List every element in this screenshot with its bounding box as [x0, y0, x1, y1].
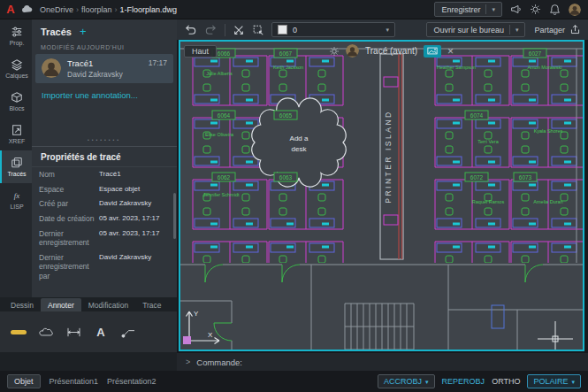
- leader-tool[interactable]: [117, 320, 140, 343]
- command-prompt[interactable]: Commande:: [196, 357, 242, 367]
- top-bar: A OneDrive › floorplan › 1-Floorplan.dwg…: [0, 0, 588, 19]
- trace-time: 17:17: [149, 58, 167, 67]
- prompt-chevron-icon: >: [186, 357, 190, 366]
- room-label: 6027: [523, 49, 546, 58]
- layer-color-swatch: [278, 25, 287, 35]
- printer-island: PRINTER ISLAND: [380, 54, 403, 259]
- open-on-desktop-button[interactable]: Ouvrir sur le bureau ▾: [426, 22, 525, 37]
- notifications-bell-icon[interactable]: [549, 4, 561, 15]
- property-row: Dernier enregistrement 05 avr. 2023, 17:…: [32, 227, 177, 250]
- rail-item-traces[interactable]: Tracés: [0, 150, 32, 183]
- breadcrumb-filename: 1-Floorplan.dwg: [120, 5, 178, 14]
- ucs-y-label: Y: [194, 310, 199, 318]
- left-gap: [0, 352, 177, 371]
- room-label: 6072: [465, 173, 488, 181]
- occupant-name: Elise Oliveira: [205, 132, 234, 137]
- crosshair-cursor: [538, 321, 573, 350]
- model-tab[interactable]: Objet: [7, 374, 41, 388]
- breadcrumb-folder[interactable]: floorplan: [81, 5, 112, 14]
- divider: [485, 4, 486, 14]
- share-icon: [569, 24, 581, 35]
- crossing-select-icon[interactable]: [233, 24, 245, 36]
- dimension-tool[interactable]: [62, 320, 85, 343]
- trace-list-item[interactable]: Tracé1 David Zakravsky 17:17: [35, 54, 173, 83]
- tab-dessin[interactable]: Dessin: [4, 298, 41, 311]
- layout-tab-1[interactable]: Présentation1: [50, 377, 99, 386]
- feedback-megaphone-icon[interactable]: [510, 4, 522, 15]
- panel-scrollbar[interactable]: [173, 193, 176, 239]
- trace-author-avatar: [346, 44, 359, 58]
- chevron-down-icon[interactable]: ▾: [571, 379, 575, 385]
- drawing-canvas[interactable]: PRINTER ISLAND Add a desk 6066 6067 6064…: [179, 40, 584, 351]
- svg-text:6067: 6067: [279, 50, 293, 57]
- toggle-accrobj[interactable]: ACCROBJ ▾: [378, 374, 435, 388]
- highlighter-tool[interactable]: [7, 320, 30, 343]
- save-button[interactable]: Enregistrer ▾: [434, 2, 502, 17]
- close-trace-button[interactable]: ×: [447, 46, 454, 57]
- chevron-down-icon[interactable]: ▾: [425, 379, 429, 385]
- text-tool-icon: A: [96, 326, 104, 339]
- undo-button[interactable]: [184, 23, 197, 36]
- property-row: Créé par David Zakravsky: [32, 196, 177, 211]
- box-select-icon[interactable]: [252, 24, 264, 36]
- breadcrumb-onedrive[interactable]: OneDrive: [40, 5, 73, 14]
- occupant-name: Terri Vera: [477, 139, 499, 144]
- revision-cloud[interactable]: Add a desk: [252, 98, 346, 187]
- rail-item-lisp[interactable]: fx LISP: [0, 183, 32, 216]
- share-button-label: Partager: [534, 26, 565, 35]
- layer-value: 0: [293, 26, 297, 35]
- toggle-polaire[interactable]: POLAIRE ▾: [527, 374, 581, 388]
- panel-splitter-handle[interactable]: ••••••••: [32, 137, 177, 142]
- floorplan-drawing[interactable]: PRINTER ISLAND Add a desk 6066 6067 6064…: [180, 42, 583, 350]
- svg-text:6072: 6072: [470, 174, 484, 181]
- room-label: 6065: [274, 111, 297, 119]
- settings-gear-icon[interactable]: [530, 4, 541, 15]
- rail-item-blocks[interactable]: Blocs: [0, 85, 32, 118]
- breadcrumb-separator: ›: [115, 5, 118, 14]
- ucs-icon: Y X: [183, 310, 219, 344]
- property-row: Dernier enregistrement par David Zakravs…: [32, 250, 177, 284]
- toggle-ortho[interactable]: ORTHO: [492, 377, 520, 386]
- tab-modification[interactable]: Modification: [81, 298, 135, 311]
- room-label: 6062: [212, 173, 235, 181]
- trace-toolbar: Tracé (avant) ×: [329, 44, 454, 58]
- rail-item-layers[interactable]: Calques: [0, 52, 32, 85]
- text-tool[interactable]: A: [89, 320, 112, 343]
- breadcrumb-separator: ›: [76, 5, 79, 14]
- svg-text:6066: 6066: [218, 50, 231, 57]
- toggle-reperobj[interactable]: REPEROBJ: [442, 377, 485, 386]
- property-row: Nom Tracé1: [32, 167, 177, 182]
- layer-dropdown[interactable]: 0 ▾: [271, 22, 395, 37]
- walls-layer: [180, 49, 583, 350]
- layout-tab-2[interactable]: Présentation2: [107, 377, 157, 386]
- redo-button[interactable]: [204, 23, 218, 36]
- tab-trace[interactable]: Trace: [135, 298, 168, 311]
- occupant-name: Kyala Shores: [534, 128, 563, 134]
- revision-cloud-tool[interactable]: [34, 320, 57, 343]
- svg-text:6074: 6074: [470, 112, 484, 119]
- insert-image-button[interactable]: [424, 45, 441, 58]
- property-row: Date de création 05 avr. 2023, 17:17: [32, 211, 177, 227]
- occupant-name: Amelia Duran: [533, 199, 562, 204]
- traces-panel: Tracés + MODIFIÉS AUJOURD'HUI Tracé1 Dav…: [32, 19, 177, 297]
- properties-title: Propriétés de tracé: [32, 146, 177, 167]
- rail-item-xref[interactable]: XREF: [0, 118, 32, 150]
- command-bar[interactable]: > Commande:: [177, 353, 588, 371]
- tab-annoter[interactable]: Annoter: [41, 298, 81, 311]
- import-annotation-link[interactable]: Importer une annotation...: [32, 83, 177, 107]
- rail-item-properties[interactable]: Prop.: [0, 19, 32, 52]
- layers-icon: [11, 58, 23, 71]
- save-button-label: Enregistrer: [441, 5, 480, 14]
- highlighter-icon: [11, 330, 27, 334]
- user-avatar[interactable]: [569, 4, 581, 16]
- chevron-down-icon[interactable]: ▾: [492, 6, 495, 12]
- open-on-desktop-label: Ouvrir sur le bureau: [433, 26, 504, 35]
- add-trace-button[interactable]: +: [80, 27, 87, 36]
- chevron-down-icon[interactable]: ▾: [515, 27, 519, 33]
- properties-icon: [11, 26, 23, 38]
- trace-settings-gear-icon[interactable]: [329, 46, 340, 57]
- view-label[interactable]: Haut: [184, 45, 217, 58]
- cloud-note-line2: desk: [292, 145, 308, 153]
- share-button[interactable]: Partager: [534, 24, 581, 35]
- status-bar: Objet Présentation1 Présentation2 ACCROB…: [0, 371, 588, 392]
